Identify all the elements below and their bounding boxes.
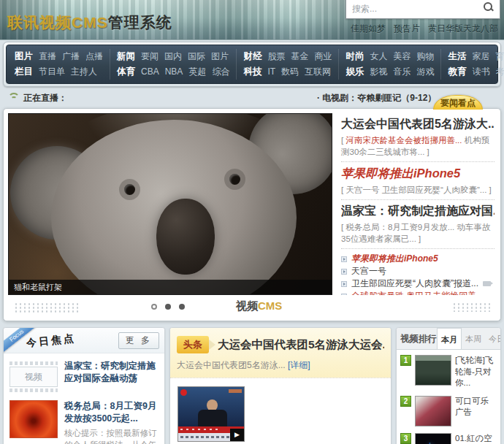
nav-head-pictures[interactable]: 图片 bbox=[15, 49, 33, 64]
pager-dot[interactable] bbox=[179, 304, 185, 310]
nav-link[interactable]: 女人 bbox=[370, 49, 387, 64]
dot-texture-right bbox=[452, 302, 490, 312]
nav-row: 栏目 节目单 主持人 bbox=[15, 64, 103, 80]
nav-link[interactable]: 主持人 bbox=[71, 64, 97, 80]
video-thumbnail[interactable] bbox=[415, 396, 451, 426]
nav-link[interactable]: CBA bbox=[141, 64, 159, 80]
detail-link[interactable]: [详细] bbox=[288, 360, 310, 370]
flower-thumbnail[interactable] bbox=[9, 400, 58, 438]
search-input[interactable] bbox=[346, 0, 484, 18]
nav-link[interactable]: 影视 bbox=[370, 64, 387, 80]
nav-link[interactable]: 国际 bbox=[188, 49, 205, 64]
video-placeholder-thumb[interactable]: 视频 bbox=[9, 360, 58, 394]
now-playing-link[interactable]: · 电视剧：夺粮剿匪记（9-12） bbox=[317, 92, 436, 104]
nav-link[interactable]: 要闻 bbox=[141, 49, 159, 64]
more-button[interactable]: 更 多 bbox=[118, 332, 159, 349]
tab-this-month[interactable]: 本月 bbox=[437, 328, 462, 349]
camera-icon bbox=[483, 281, 491, 286]
dotted-divider bbox=[341, 161, 495, 162]
koala-art-right-eye bbox=[229, 174, 240, 185]
nav-link[interactable]: 图片 bbox=[211, 49, 229, 64]
ranking-item-title[interactable]: 可口可乐广告 bbox=[455, 396, 497, 426]
nav-link[interactable]: 股票 bbox=[267, 49, 285, 64]
nav-link[interactable]: 英超 bbox=[188, 64, 206, 80]
nav-head-channels[interactable]: 栏目 bbox=[15, 64, 33, 80]
headline-badge[interactable]: 头条 bbox=[177, 336, 209, 353]
ranking-item-title[interactable]: [飞轮海]飞轮海-只对你... bbox=[455, 355, 497, 389]
nav-row: 娱乐 影视 音乐 游戏 bbox=[345, 64, 434, 80]
hot-word[interactable]: 黄日华版天龙八部 bbox=[428, 23, 498, 35]
tab-this-week[interactable]: 本周 bbox=[462, 328, 485, 349]
news-list-text: 天宫一号 bbox=[351, 265, 386, 278]
nav-head-finance[interactable]: 财经 bbox=[243, 49, 261, 64]
tab-today[interactable]: 今日 bbox=[485, 328, 501, 349]
nav-link[interactable]: 购物 bbox=[416, 49, 434, 64]
news-headline-2[interactable]: 苹果即将推出iPhone5 bbox=[341, 166, 495, 182]
news-sub-red-link[interactable]: 河南宋庆龄基金会被指挪用善... bbox=[345, 136, 462, 145]
nav-head-tech[interactable]: 科技 bbox=[243, 64, 261, 80]
nav-head-sports[interactable]: 体育 bbox=[117, 64, 135, 80]
site-header: 联讯视频CMS管理系统 佳期如梦 预告片 黄日华版天龙八部 bbox=[0, 0, 504, 40]
dotted-divider bbox=[341, 199, 495, 200]
news-list-item[interactable]: 卫生部回应死婴“人肉胶囊”报道... bbox=[341, 278, 495, 290]
nav-link[interactable]: 音乐 bbox=[393, 64, 411, 80]
nav-link[interactable]: 基金 bbox=[291, 49, 308, 64]
headline-row: 头条 大运会中国代表团5名游泳大运会... bbox=[177, 336, 384, 353]
nav-link[interactable]: IT bbox=[267, 64, 275, 80]
nav-row: 体育 CBA NBA 英超 综合 bbox=[117, 64, 229, 80]
search-box bbox=[345, 0, 500, 19]
nav-link[interactable]: 综合 bbox=[212, 64, 229, 80]
nav-head-education[interactable]: 教育 bbox=[448, 64, 466, 80]
pager-dot-active[interactable] bbox=[151, 304, 157, 310]
nav-link[interactable]: 点播 bbox=[85, 49, 103, 64]
news-list-item[interactable]: 全球股市暴跌 奥巴马未能挽回美... bbox=[341, 290, 495, 295]
nav-link[interactable]: 广播 bbox=[62, 49, 80, 64]
live-broadcast-icon bbox=[7, 93, 19, 102]
nav-link[interactable]: 读书 bbox=[472, 64, 489, 80]
ranking-list: 1 [飞轮海]飞轮海-只对你... 2 可口可乐广告 3 01.紅の空 (Ful… bbox=[397, 350, 500, 444]
nav-head-entertainment[interactable]: 娱乐 bbox=[345, 64, 364, 80]
nav-head-fashion[interactable]: 时尚 bbox=[345, 49, 364, 64]
focus-header: Focus 今日焦点 更 多 bbox=[4, 328, 164, 353]
main-row: 猫和老鼠打架 大运会中国代表团5名游泳大... [ 河南宋庆龄基金会被指挪用善.… bbox=[8, 113, 496, 295]
news-list-item[interactable]: 天宫一号 bbox=[341, 265, 495, 278]
nav-link[interactable]: 国内 bbox=[164, 49, 182, 64]
nav-link[interactable]: 美容 bbox=[393, 49, 411, 64]
nav-link[interactable]: 节目单 bbox=[39, 64, 65, 80]
news-list-item[interactable]: 苹果即将推出iPhone5 bbox=[341, 253, 495, 265]
hot-word[interactable]: 预告片 bbox=[394, 23, 420, 35]
press-conference-video-thumb[interactable]: ▶ bbox=[177, 386, 245, 442]
hot-word[interactable]: 佳期如梦 bbox=[351, 23, 386, 35]
nav-link[interactable]: 考试 bbox=[495, 64, 504, 80]
news-headline-3[interactable]: 温家宝：研究制定措施应对国... bbox=[341, 204, 495, 219]
list-bullet-icon bbox=[341, 256, 347, 262]
nav-link[interactable]: 育儿 bbox=[495, 49, 504, 64]
ranking-item-title[interactable]: 01.紅の空 (Full... bbox=[455, 433, 497, 444]
play-icon[interactable]: ▶ bbox=[230, 429, 244, 441]
headline-header: 头条 大运会中国代表团5名游泳大运会... 大运会中国代表团5名游泳... [详… bbox=[170, 328, 391, 378]
live-bar: 正在直播： · 电视剧：夺粮剿匪记（9-12） bbox=[7, 90, 497, 106]
focus-item-title[interactable]: 税务总局：8月工资9月发放按3500元起... bbox=[64, 400, 159, 425]
nav-link[interactable]: 数码 bbox=[281, 64, 299, 80]
video-thumbnail[interactable] bbox=[415, 355, 451, 386]
nav-link[interactable]: NBA bbox=[165, 64, 183, 80]
hero-video-image[interactable]: 猫和老鼠打架 bbox=[8, 113, 332, 295]
nav-link[interactable]: 游戏 bbox=[416, 64, 434, 80]
focus-item-title[interactable]: 温家宝：研究制定措施应对国际金融动荡 bbox=[64, 360, 159, 394]
rank-badge: 3 bbox=[400, 433, 411, 444]
news-headline-1[interactable]: 大运会中国代表团5名游泳大... bbox=[341, 117, 495, 132]
nav-link[interactable]: 互联网 bbox=[305, 64, 331, 80]
headline-title[interactable]: 大运会中国代表团5名游泳大运会... bbox=[218, 337, 384, 353]
music-video-thumbnail[interactable] bbox=[415, 433, 451, 444]
nav-head-news[interactable]: 新闻 bbox=[117, 49, 135, 64]
rank-badge: 1 bbox=[400, 355, 411, 366]
pager-dot[interactable] bbox=[165, 304, 171, 310]
nav-link[interactable]: 家居 bbox=[472, 49, 489, 64]
news-panel: 大运会中国代表团5名游泳大... [ 河南宋庆龄基金会被指挪用善... 机构预测… bbox=[332, 113, 496, 295]
nav-link[interactable]: 商业 bbox=[314, 49, 332, 64]
nav-head-life[interactable]: 生活 bbox=[448, 49, 466, 64]
nav-link[interactable]: 直播 bbox=[39, 49, 56, 64]
hero-caption[interactable]: 猫和老鼠打架 bbox=[9, 280, 332, 294]
ranking-tabs: 本月 本周 今日 bbox=[437, 328, 501, 349]
search-icon[interactable] bbox=[484, 2, 493, 12]
